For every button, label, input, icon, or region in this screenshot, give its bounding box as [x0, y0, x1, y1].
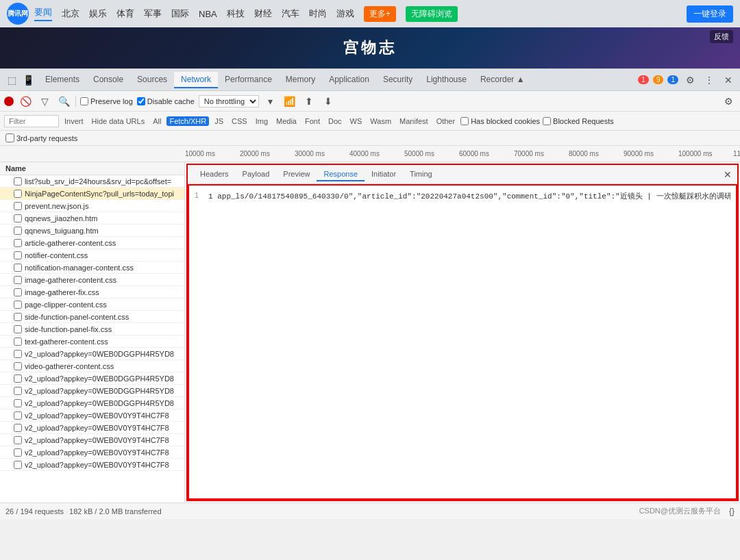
request-checkbox-7[interactable] [14, 264, 22, 272]
detail-tab-payload[interactable]: Payload [236, 168, 277, 181]
third-party-checkbox[interactable] [5, 133, 14, 142]
filter-css[interactable]: CSS [229, 116, 250, 126]
has-blocked-cookies-label[interactable]: Has blocked cookies [460, 117, 540, 125]
request-checkbox-19[interactable] [14, 411, 22, 420]
request-item-21[interactable]: v2_upload?appkey=0WEB0V0Y9T4HC7F8 [0, 434, 184, 446]
blocked-requests-label[interactable]: Blocked Requests [543, 117, 614, 125]
request-checkbox-11[interactable] [14, 313, 22, 321]
request-checkbox-10[interactable] [14, 301, 22, 309]
import-icon[interactable]: ⬆ [301, 94, 317, 109]
more-button[interactable]: 更多+ [364, 6, 396, 22]
close-detail-icon[interactable]: ✕ [724, 169, 732, 180]
throttle-select[interactable]: No throttling [199, 95, 259, 107]
request-item-0[interactable]: list?sub_srv_id=24hours&srv_id=pc&offset… [0, 175, 184, 188]
device-toolbar-icon[interactable]: 📱 [21, 73, 36, 88]
request-item-19[interactable]: v2_upload?appkey=0WEB0V0Y9T4HC7F8 [0, 409, 184, 422]
nav-link-youxi[interactable]: 游戏 [336, 8, 354, 20]
nav-link-yule[interactable]: 娱乐 [89, 8, 107, 20]
request-item-3[interactable]: qqnews_jiaozhen.htm [0, 212, 184, 225]
filter-input[interactable] [4, 115, 59, 127]
tab-lighthouse[interactable]: Lighthouse [419, 72, 473, 88]
close-devtools-icon[interactable]: ✕ [721, 73, 736, 88]
filter-font[interactable]: Font [302, 116, 323, 126]
detail-tab-timing[interactable]: Timing [403, 168, 439, 181]
request-item-14[interactable]: v2_upload?appkey=0WEB0DGGPH4R5YD8 [0, 348, 184, 360]
network-conditions-icon[interactable]: 📶 [282, 94, 297, 109]
request-item-9[interactable]: image-gatherer-fix.css [0, 286, 184, 298]
tab-elements[interactable]: Elements [38, 72, 86, 88]
tab-security[interactable]: Security [376, 72, 419, 88]
request-item-22[interactable]: v2_upload?appkey=0WEB0V0Y9T4HC7F8 [0, 446, 184, 459]
request-checkbox-3[interactable] [14, 214, 22, 222]
tab-performance[interactable]: Performance [218, 72, 279, 88]
detail-tab-response[interactable]: Response [317, 168, 365, 181]
export-icon[interactable]: ⬇ [321, 94, 336, 109]
request-item-20[interactable]: v2_upload?appkey=0WEB0V0Y9T4HC7F8 [0, 422, 184, 434]
inspect-element-icon[interactable]: ⬚ [4, 73, 19, 88]
third-party-label[interactable]: 3rd-party requests [5, 133, 77, 142]
filter-img[interactable]: Img [253, 116, 271, 126]
tab-console[interactable]: Console [86, 72, 130, 88]
request-checkbox-5[interactable] [14, 239, 22, 247]
tab-network[interactable]: Network [174, 72, 218, 88]
filter-wasm[interactable]: Wasm [367, 116, 394, 126]
request-checkbox-14[interactable] [14, 350, 22, 358]
filter-invert[interactable]: Invert [62, 116, 86, 126]
request-checkbox-17[interactable] [14, 387, 22, 395]
request-item-11[interactable]: side-function-panel-content.css [0, 311, 184, 323]
disable-cache-label[interactable]: Disable cache [137, 97, 195, 105]
request-item-4[interactable]: qqnews_tuiguang.htm [0, 225, 184, 237]
request-checkbox-9[interactable] [14, 288, 22, 296]
throttle-dropdown-icon[interactable]: ▾ [263, 94, 278, 109]
filter-js[interactable]: JS [212, 116, 226, 126]
request-checkbox-16[interactable] [14, 374, 22, 383]
request-checkbox-8[interactable] [14, 276, 22, 284]
wuxian-button[interactable]: 无障碍浏览 [406, 6, 458, 22]
request-checkbox-15[interactable] [14, 362, 22, 370]
tab-application[interactable]: Application [322, 72, 376, 88]
request-item-18[interactable]: v2_upload?appkey=0WEB0DGGPH4R5YD8 [0, 397, 184, 409]
settings-icon[interactable]: ⚙ [682, 73, 698, 88]
detail-tab-preview[interactable]: Preview [276, 168, 317, 181]
record-button[interactable] [4, 97, 14, 106]
request-item-2[interactable]: prevent.new.json.js [0, 200, 184, 212]
request-item-6[interactable]: notifier-content.css [0, 249, 184, 262]
request-item-10[interactable]: page-clipper-content.css [0, 298, 184, 311]
preserve-log-label[interactable]: Preserve log [80, 97, 133, 105]
filter-hide-data-urls[interactable]: Hide data URLs [89, 116, 148, 126]
more-options-icon[interactable]: ⋮ [702, 73, 717, 88]
disable-cache-checkbox[interactable] [137, 97, 145, 105]
clear-icon[interactable]: 🚫 [18, 94, 33, 109]
filter-ws[interactable]: WS [347, 116, 365, 126]
nav-link-caijing[interactable]: 财经 [254, 8, 272, 20]
feedback-label[interactable]: 反馈 [710, 30, 733, 43]
search-icon[interactable]: 🔍 [56, 94, 71, 109]
nav-link-beijing[interactable]: 北京 [62, 8, 79, 20]
tab-sources[interactable]: Sources [130, 72, 174, 88]
request-item-23[interactable]: v2_upload?appkey=0WEB0V0Y9T4HC7F8 [0, 459, 184, 471]
nav-link-keji[interactable]: 科技 [227, 8, 245, 20]
filter-media[interactable]: Media [273, 116, 299, 126]
nav-link-shishang[interactable]: 时尚 [309, 8, 327, 20]
filter-all[interactable]: All [150, 116, 164, 126]
nav-link-qiche[interactable]: 汽车 [282, 8, 299, 20]
request-item-12[interactable]: side-function-panel-fix.css [0, 323, 184, 335]
console-prompt-icon[interactable]: {} [729, 507, 735, 516]
blocked-requests-checkbox[interactable] [543, 117, 551, 125]
request-checkbox-21[interactable] [14, 436, 22, 444]
request-item-1[interactable]: NinjaPageContentSync?pull_urls=today_top… [0, 188, 184, 200]
request-checkbox-12[interactable] [14, 325, 22, 333]
nav-link-yaowen[interactable]: 要闻 [34, 6, 52, 21]
request-item-15[interactable]: video-gatherer-content.css [0, 360, 184, 372]
request-checkbox-2[interactable] [14, 202, 22, 210]
request-checkbox-1[interactable] [14, 190, 22, 198]
request-item-13[interactable]: text-gatherer-content.css [0, 335, 184, 348]
preserve-log-checkbox[interactable] [80, 97, 88, 105]
request-item-16[interactable]: v2_upload?appkey=0WEB0DGGPH4R5YD8 [0, 372, 184, 385]
request-checkbox-20[interactable] [14, 424, 22, 432]
filter-manifest[interactable]: Manifest [397, 116, 431, 126]
nav-link-junshi[interactable]: 军事 [144, 8, 162, 20]
nav-link-tiyu[interactable]: 体育 [116, 8, 134, 20]
detail-tab-headers[interactable]: Headers [193, 168, 236, 181]
request-checkbox-13[interactable] [14, 338, 22, 346]
